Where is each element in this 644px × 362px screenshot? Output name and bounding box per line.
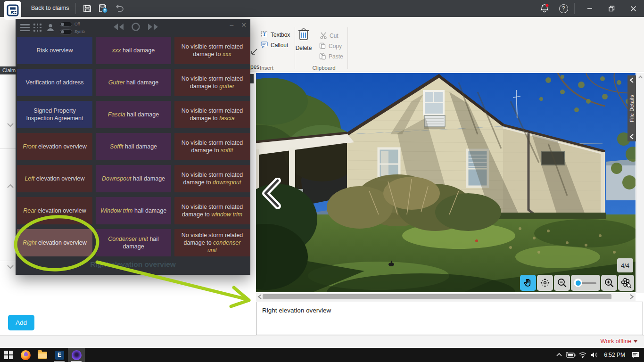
copy-button[interactable]: Copy — [319, 41, 342, 51]
back-to-claims-button[interactable]: Back to claims — [31, 5, 69, 11]
windows-taskbar: E 6:52 PM — [0, 348, 644, 362]
chevron-down-icon[interactable] — [6, 263, 15, 270]
photo-label-tile[interactable]: No visible storm related damage to conde… — [174, 229, 250, 256]
annotate-settings-button[interactable] — [618, 275, 634, 291]
chevron-left-icon — [629, 77, 634, 83]
delete-button[interactable]: Delete — [287, 26, 320, 58]
restore-button[interactable] — [601, 0, 622, 17]
scroll-right-icon[interactable] — [628, 294, 635, 300]
tray-chevron-up-icon[interactable] — [556, 352, 562, 358]
photo-label-tile[interactable]: Left elevation overview — [17, 165, 92, 192]
trash-icon — [297, 26, 311, 44]
scissors-icon — [320, 32, 327, 41]
callout-button[interactable]: Callout — [260, 41, 288, 50]
photo-viewer[interactable]: 4/4 — [256, 73, 636, 292]
clock[interactable]: 6:52 PM — [601, 352, 628, 358]
scrollbar-thumb[interactable] — [263, 294, 611, 299]
photo-label-tile[interactable]: No visible storm related damage to soffi… — [174, 133, 250, 160]
paste-button[interactable]: Paste — [319, 52, 343, 61]
overlay-close-button[interactable]: ✕ — [241, 21, 247, 29]
photo-label-tile[interactable]: Fascia hail damage — [96, 101, 171, 128]
firefox-icon — [21, 350, 31, 360]
minimize-button[interactable] — [579, 0, 601, 17]
photo-label-tile[interactable]: Verification of address — [17, 69, 92, 96]
photo-label-tile[interactable]: Window trim hail damage — [96, 197, 171, 224]
photo-label-tile[interactable]: No visible storm related damage to fasci… — [174, 101, 250, 128]
photo-label-tile[interactable]: Rear elevation overview — [17, 197, 92, 224]
rewind-icon[interactable] — [112, 23, 124, 31]
undo-button[interactable] — [113, 2, 125, 15]
record-circle-icon[interactable] — [131, 22, 140, 32]
close-button[interactable] — [622, 0, 644, 17]
divider — [75, 3, 76, 14]
app-logo[interactable]: E — [4, 1, 21, 20]
move-tool-button[interactable] — [537, 275, 553, 291]
house-photo — [256, 73, 636, 292]
off-toggle[interactable]: Off — [60, 21, 85, 27]
horizontal-scrollbar[interactable] — [256, 293, 636, 301]
notifications-button[interactable] — [538, 2, 551, 15]
taskbar-firefox[interactable] — [17, 348, 34, 362]
cut-button[interactable]: Cut — [320, 31, 339, 41]
photo-caption-input[interactable]: Right elevation overview — [256, 302, 643, 335]
overlay-nav — [112, 22, 159, 32]
photo-counter-badge: 4/4 — [617, 258, 633, 272]
photo-label-tile[interactable]: Right elevation overview — [17, 229, 92, 256]
taskbar-active-app[interactable] — [68, 348, 85, 362]
photo-label-tile[interactable]: Condenser unit hail damage — [96, 229, 171, 256]
zoom-in-button[interactable] — [601, 275, 617, 291]
photo-label-tile[interactable]: No visible storm related damage to downs… — [174, 165, 250, 192]
zoom-slider[interactable] — [571, 275, 600, 291]
panel-grip[interactable] — [250, 74, 254, 83]
flower-magnifier-icon — [620, 277, 632, 289]
action-center-icon[interactable] — [631, 351, 640, 359]
previous-photo-button[interactable] — [260, 178, 282, 209]
toggle-switch[interactable] — [60, 22, 72, 27]
chevron-down-icon[interactable] — [6, 122, 15, 128]
svg-text:T: T — [263, 32, 266, 37]
textbox-button[interactable]: T Textbox — [260, 30, 290, 40]
grid-view-icon[interactable] — [33, 24, 41, 32]
photo-label-tile[interactable]: No visible storm related damage to gutte… — [174, 69, 250, 96]
wifi-icon[interactable] — [578, 352, 587, 358]
taskbar-explorer[interactable] — [34, 348, 51, 362]
photo-label-tile[interactable]: No visible storm related damage to xxx — [174, 37, 250, 64]
scroll-up-icon[interactable] — [638, 75, 643, 80]
add-button[interactable]: Add — [8, 315, 34, 330]
photo-label-tile[interactable]: Risk overview — [17, 37, 92, 64]
save-upload-button[interactable] — [97, 2, 109, 15]
overlay-window-controls: – ✕ — [230, 21, 247, 29]
save-button[interactable] — [81, 2, 93, 15]
photo-label-tile[interactable]: Soffit hail damage — [96, 133, 171, 160]
toggle-group: Off Symb — [60, 21, 85, 36]
photo-label-tile[interactable]: Gutter hail damage — [96, 69, 171, 96]
help-button[interactable]: ? — [557, 2, 570, 15]
symb-toggle[interactable]: Symb — [60, 28, 85, 35]
fast-forward-icon[interactable] — [147, 23, 159, 31]
divider — [0, 261, 16, 261]
taskbar-estimate-app[interactable]: E — [51, 348, 68, 362]
vertical-scrollbar[interactable] — [636, 73, 644, 293]
toggle-switch[interactable] — [60, 29, 72, 34]
menu-icon[interactable] — [20, 24, 30, 33]
overlay-minimize-button[interactable]: – — [230, 21, 233, 29]
photo-label-tile[interactable]: Signed Property Inspection Agreement — [17, 101, 92, 128]
ribbon-separator — [347, 27, 348, 69]
person-icon[interactable] — [46, 23, 55, 32]
pan-tool-button[interactable] — [520, 275, 536, 291]
battery-icon[interactable] — [565, 352, 576, 358]
work-offline-toggle[interactable]: Work offline — [600, 338, 637, 345]
insert-group-label: Insert — [249, 65, 284, 71]
speaker-icon[interactable] — [590, 352, 598, 358]
chevron-up-icon[interactable] — [6, 183, 15, 189]
photo-label-tile[interactable]: No visible storm related damage to windo… — [174, 197, 250, 224]
file-details-tab[interactable]: File Details — [627, 75, 636, 141]
callout-icon — [260, 41, 268, 50]
zoom-slider-knob[interactable] — [574, 279, 582, 287]
start-button[interactable] — [0, 348, 17, 362]
photo-label-tile[interactable]: Front elevation overview — [17, 133, 92, 160]
zoom-out-button[interactable] — [554, 275, 570, 291]
photo-label-tile[interactable]: xxx hail damage — [96, 37, 171, 64]
file-details-label: File Details — [629, 95, 635, 122]
photo-label-tile[interactable]: Downspout hail damage — [96, 165, 171, 192]
